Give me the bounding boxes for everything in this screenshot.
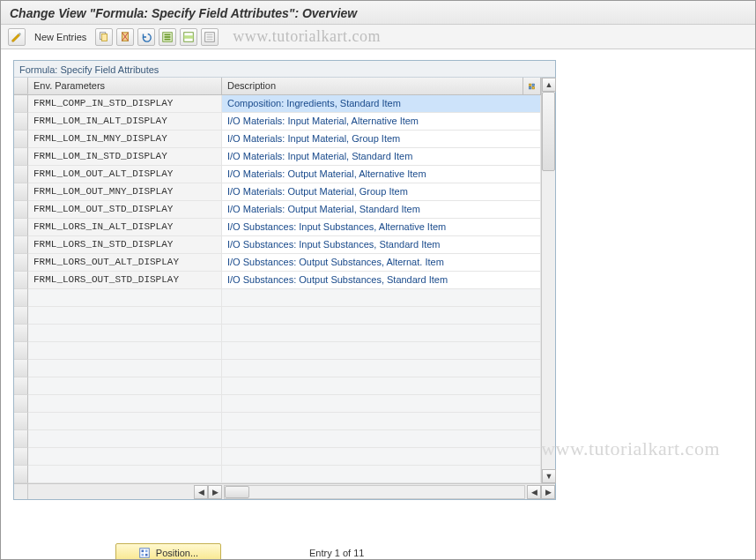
table-row[interactable]: FRML_LOM_OUT_STD_DISPLAYI/O Materials: O…	[14, 201, 541, 219]
horizontal-scrollbar[interactable]: ◀ ▶ ◀ ▶	[14, 483, 555, 499]
table-row-empty	[14, 325, 541, 342]
cell-desc-empty	[222, 307, 541, 325]
table-row[interactable]: FRML_LOM_OUT_ALT_DISPLAYI/O Materials: O…	[14, 166, 541, 183]
cell-desc[interactable]: Composition: Ingredients, Standard Item	[222, 95, 541, 113]
table-row[interactable]: FRML_LOM_IN_ALT_DISPLAYI/O Materials: In…	[14, 113, 541, 131]
new-entries-button[interactable]: New Entries	[29, 28, 92, 46]
cell-desc-empty	[222, 466, 541, 483]
row-handle[interactable]	[14, 131, 28, 148]
row-handle[interactable]	[14, 272, 28, 289]
hscroll-spacer	[14, 484, 28, 499]
cell-desc-empty	[222, 430, 541, 448]
toggle-edit-icon[interactable]	[8, 28, 26, 46]
column-header-env[interactable]: Env. Parameters	[28, 78, 222, 94]
svg-rect-1	[102, 34, 107, 41]
position-label: Position...	[156, 548, 198, 558]
svg-rect-20	[141, 554, 144, 556]
table-row-empty	[14, 466, 541, 483]
table-row-empty	[14, 289, 541, 307]
svg-rect-17	[140, 549, 150, 558]
cell-env[interactable]: FRML_LOM_IN_MNY_DISPLAY	[28, 131, 222, 148]
row-handle[interactable]	[14, 183, 28, 201]
cell-env[interactable]: FRML_LORS_OUT_STD_DISPLAY	[28, 272, 222, 289]
row-handle	[14, 307, 28, 325]
cell-desc[interactable]: I/O Substances: Input Substances, Altern…	[222, 219, 541, 236]
cell-desc[interactable]: I/O Materials: Input Material, Group Ite…	[222, 131, 541, 148]
table-row[interactable]: FRML_LORS_IN_ALT_DISPLAYI/O Substances: …	[14, 219, 541, 236]
row-handle[interactable]	[14, 254, 28, 272]
svg-rect-13	[530, 84, 531, 86]
cell-env[interactable]: FRML_LOM_IN_STD_DISPLAY	[28, 148, 222, 166]
row-handle[interactable]	[14, 219, 28, 236]
table-row[interactable]: FRML_LOM_IN_MNY_DISPLAYI/O Materials: In…	[14, 131, 541, 148]
row-handle[interactable]	[14, 166, 28, 183]
table-row[interactable]: FRML_LORS_OUT_STD_DISPLAYI/O Substances:…	[14, 272, 541, 289]
row-handle-header	[14, 78, 28, 94]
position-icon	[138, 547, 151, 559]
svg-rect-5	[165, 36, 171, 38]
deselect-all-icon[interactable]	[201, 28, 219, 46]
select-all-icon[interactable]	[159, 28, 176, 46]
table-row-empty	[14, 342, 541, 360]
hscroll-left-icon[interactable]: ◀	[194, 485, 208, 499]
row-handle	[14, 289, 28, 307]
copy-as-icon[interactable]	[95, 28, 113, 46]
cell-env[interactable]: FRML_LOM_IN_ALT_DISPLAY	[28, 113, 222, 131]
column-config-icon[interactable]	[523, 78, 541, 94]
cell-env-empty	[28, 342, 222, 360]
cell-desc[interactable]: I/O Materials: Input Material, Alternati…	[222, 113, 541, 131]
row-handle	[14, 466, 28, 483]
cell-env[interactable]: FRML_LORS_IN_STD_DISPLAY	[28, 236, 222, 254]
grid-header: Env. Parameters Description	[14, 78, 541, 95]
toolbar: New Entries www.tutorialkart.com	[1, 25, 755, 49]
hscroll-right-icon[interactable]: ▶	[208, 485, 222, 499]
table-row-empty	[14, 377, 541, 395]
scroll-thumb[interactable]	[542, 92, 555, 171]
scroll-up-icon[interactable]: ▲	[542, 78, 556, 92]
row-handle[interactable]	[14, 113, 28, 131]
table-row[interactable]: FRML_LOM_OUT_MNY_DISPLAYI/O Materials: O…	[14, 183, 541, 201]
cell-desc[interactable]: I/O Materials: Output Material, Group It…	[222, 183, 541, 201]
cell-env[interactable]: FRML_LOM_OUT_STD_DISPLAY	[28, 201, 222, 219]
svg-rect-6	[165, 38, 171, 40]
hscroll-track[interactable]	[224, 485, 525, 499]
table-row-empty	[14, 448, 541, 466]
row-handle[interactable]	[14, 148, 28, 166]
cell-desc[interactable]: I/O Substances: Output Substances, Alter…	[222, 254, 541, 272]
table-row[interactable]: FRML_LORS_OUT_ALT_DISPLAYI/O Substances:…	[14, 254, 541, 272]
undo-icon[interactable]	[137, 28, 155, 46]
table-row[interactable]: FRML_LORS_IN_STD_DISPLAYI/O Substances: …	[14, 236, 541, 254]
position-button[interactable]: Position...	[115, 543, 221, 560]
table-row[interactable]: FRML_LOM_IN_STD_DISPLAYI/O Materials: In…	[14, 148, 541, 166]
column-header-desc[interactable]: Description	[222, 78, 523, 94]
row-handle[interactable]	[14, 95, 28, 113]
scroll-down-icon[interactable]: ▼	[542, 469, 556, 483]
cell-env-empty	[28, 377, 222, 395]
row-handle[interactable]	[14, 236, 28, 254]
cell-env[interactable]: FRML_LORS_IN_ALT_DISPLAY	[28, 219, 222, 236]
scroll-track[interactable]	[542, 92, 555, 469]
select-block-icon[interactable]	[180, 28, 197, 46]
hscroll-left2-icon[interactable]: ◀	[527, 485, 541, 499]
svg-rect-16	[532, 86, 534, 88]
cell-env[interactable]: FRML_LOM_OUT_MNY_DISPLAY	[28, 183, 222, 201]
delete-icon[interactable]	[116, 28, 134, 46]
watermark-bg: www.tutorialkart.com	[541, 437, 720, 460]
table-row[interactable]: FRML_COMP_IN_STD_DISPLAYComposition: Ing…	[14, 95, 541, 113]
cell-env[interactable]: FRML_COMP_IN_STD_DISPLAY	[28, 95, 222, 113]
cell-env-empty	[28, 307, 222, 325]
hscroll-thumb[interactable]	[225, 486, 249, 498]
row-handle	[14, 360, 28, 377]
cell-desc-empty	[222, 377, 541, 395]
cell-env[interactable]: FRML_LOM_OUT_ALT_DISPLAY	[28, 166, 222, 183]
cell-desc[interactable]: I/O Substances: Output Substances, Stand…	[222, 272, 541, 289]
cell-desc[interactable]: I/O Materials: Output Material, Alternat…	[222, 166, 541, 183]
row-handle	[14, 430, 28, 448]
vertical-scrollbar[interactable]: ▲ ▼	[541, 78, 555, 483]
cell-desc[interactable]: I/O Substances: Input Substances, Standa…	[222, 236, 541, 254]
cell-desc[interactable]: I/O Materials: Input Material, Standard …	[222, 148, 541, 166]
cell-env[interactable]: FRML_LORS_OUT_ALT_DISPLAY	[28, 254, 222, 272]
cell-desc[interactable]: I/O Materials: Output Material, Standard…	[222, 201, 541, 219]
row-handle[interactable]	[14, 201, 28, 219]
hscroll-right2-icon[interactable]: ▶	[541, 485, 555, 499]
